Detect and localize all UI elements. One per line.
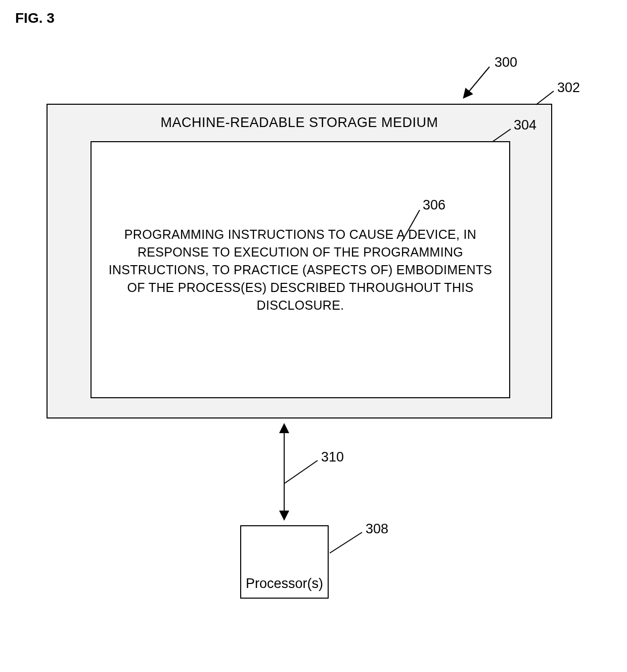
leader-300 [464, 67, 489, 97]
ref-302: 302 [557, 80, 580, 96]
leader-310 [285, 460, 318, 483]
figure-label: FIG. 3 [15, 10, 55, 26]
storage-medium-box: MACHINE-READABLE STORAGE MEDIUM PROGRAMM… [47, 104, 552, 418]
ref-308: 308 [366, 521, 388, 537]
processor-box: Processor(s) [240, 525, 329, 599]
processor-label: Processor(s) [246, 576, 323, 592]
leader-308 [330, 532, 362, 553]
ref-304: 304 [514, 117, 536, 133]
ref-310: 310 [321, 449, 344, 465]
leader-302 [536, 91, 554, 105]
ref-306: 306 [423, 197, 445, 213]
instructions-box: PROGRAMMING INSTRUCTIONS TO CAUSE A DEVI… [91, 141, 510, 398]
storage-medium-title: MACHINE-READABLE STORAGE MEDIUM [48, 115, 551, 131]
instructions-text: PROGRAMMING INSTRUCTIONS TO CAUSE A DEVI… [107, 226, 494, 314]
ref-300: 300 [495, 55, 517, 70]
